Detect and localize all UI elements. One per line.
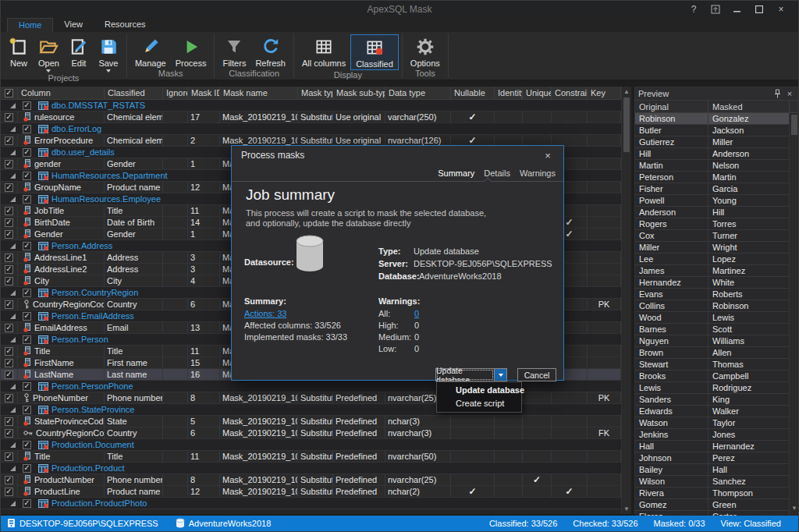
dialog-tab-summary[interactable]: Summary [438, 168, 474, 178]
preview-col-masked[interactable]: Masked [708, 101, 790, 113]
row-checkbox[interactable]: ✓ [5, 476, 13, 484]
grid-row[interactable]: ✓StateProvinceCodeState5Mask_20190219_10… [1, 416, 621, 427]
grid-group-row[interactable]: ✓Production.ProductPhoto [1, 498, 621, 509]
preview-scrollbar[interactable]: ▼ [789, 113, 799, 513]
actions-link[interactable]: Actions: 33 [244, 309, 286, 318]
row-checkbox[interactable]: ✓ [23, 464, 31, 473]
preview-row[interactable]: MartinNelson [635, 160, 799, 172]
preview-row[interactable]: GutierrezMiller [635, 137, 799, 148]
grid-row[interactable]: ✓PhoneNumberPhone number8Mask_20190219_1… [1, 392, 621, 404]
row-checkbox[interactable]: ✓ [23, 499, 31, 508]
row-checkbox[interactable]: ✓ [23, 335, 31, 344]
preview-row[interactable]: AndersonHill [635, 207, 799, 218]
row-checkbox[interactable]: ✓ [5, 89, 13, 98]
update-database-button[interactable]: Update database [435, 368, 495, 381]
preview-row[interactable]: HernandezWhite [635, 277, 799, 289]
expand-triangle-icon[interactable] [10, 103, 16, 108]
row-checkbox[interactable]: ✓ [5, 429, 13, 438]
grid-row[interactable]: ✓rulesourceChemical elements17Mask_20190… [1, 112, 621, 123]
preview-row[interactable]: SandersKing [635, 394, 799, 406]
row-checkbox[interactable]: ✓ [5, 371, 13, 379]
process-button[interactable]: Process [171, 34, 211, 69]
row-checkbox[interactable]: ✓ [23, 242, 31, 250]
grid-row[interactable]: ✓CountryRegionCodeCountry6Mask_20190219_… [1, 427, 621, 439]
row-checkbox[interactable]: ✓ [23, 289, 31, 297]
preview-row[interactable]: HallHernandez [635, 441, 799, 452]
row-checkbox[interactable]: ✓ [5, 417, 13, 426]
row-checkbox[interactable]: ✓ [23, 441, 31, 449]
preview-row[interactable]: NguyenWilliams [635, 335, 799, 347]
warnings-all-value[interactable]: 0 [414, 309, 419, 318]
row-checkbox[interactable]: ✓ [5, 300, 13, 309]
row-checkbox[interactable]: ✓ [5, 394, 13, 403]
tab-view[interactable]: View [53, 18, 94, 32]
preview-row[interactable]: JamesMartinez [635, 265, 799, 277]
grid-header-mask-type[interactable]: Mask type [298, 87, 333, 100]
update-database-split-arrow[interactable] [495, 368, 507, 381]
row-checkbox[interactable]: ✓ [5, 324, 13, 332]
grid-header-ignored[interactable]: Ignored [163, 87, 188, 100]
grid-header-constraints[interactable]: Constraints [552, 87, 588, 100]
expand-triangle-icon[interactable] [10, 337, 16, 342]
preview-row[interactable]: LewisRodriguez [635, 382, 799, 394]
row-checkbox[interactable]: ✓ [5, 230, 13, 239]
row-checkbox[interactable]: ✓ [23, 101, 31, 110]
preview-row[interactable]: BrownAllen [635, 347, 799, 359]
preview-row[interactable]: ButlerJackson [635, 125, 799, 137]
preview-row[interactable]: BrooksCampbell [635, 371, 799, 382]
help-icon[interactable]: ? [683, 1, 705, 18]
tab-home[interactable]: Home [7, 18, 53, 32]
grid-group-row[interactable]: ✓dbo.ErrorLog [1, 123, 621, 135]
preview-row[interactable]: LeeLopez [635, 254, 799, 265]
grid-group-row[interactable]: ✓Person.StateProvince [1, 404, 621, 416]
preview-row[interactable]: WilsonSanchez [635, 476, 799, 488]
row-checkbox[interactable]: ✓ [5, 265, 13, 274]
pin-window-icon[interactable] [705, 1, 726, 18]
row-checkbox[interactable]: ✓ [23, 195, 31, 204]
row-checkbox[interactable]: ✓ [5, 254, 13, 262]
row-checkbox[interactable]: ✓ [5, 488, 13, 496]
grid-header-column[interactable]: Column [18, 87, 105, 100]
grid-header-identity[interactable]: Identity [495, 87, 523, 100]
options-button[interactable]: Options [406, 34, 445, 69]
expand-triangle-icon[interactable] [10, 197, 16, 202]
preview-row[interactable]: WatsonTaylor [635, 417, 799, 429]
filters-button[interactable]: Filters [218, 34, 250, 69]
preview-row[interactable]: RogersTorres [635, 218, 799, 230]
dialog-tab-details[interactable]: Details [484, 168, 510, 178]
row-checkbox[interactable]: ✓ [5, 137, 13, 145]
grid-row[interactable]: ✓ProductLineProduct name12Mask_20190219_… [1, 486, 621, 498]
scroll-down-icon[interactable]: ▼ [622, 504, 631, 514]
expand-triangle-icon[interactable] [10, 442, 16, 448]
preview-row[interactable]: BaileyHall [635, 464, 799, 476]
dialog-tab-warnings[interactable]: Warnings [520, 168, 556, 178]
scrollbar-thumb[interactable] [791, 115, 797, 135]
row-checkbox[interactable]: ✓ [5, 183, 13, 192]
preview-row[interactable]: CoxTurner [635, 230, 799, 242]
scrollbar-thumb[interactable] [623, 98, 630, 152]
expand-triangle-icon[interactable] [10, 501, 16, 506]
grid-group-row[interactable]: ✓Person.PersonPhone [1, 381, 621, 392]
expand-triangle-icon[interactable] [10, 243, 16, 249]
preview-row[interactable]: PowellYoung [635, 195, 799, 207]
refresh-button[interactable]: Refresh [250, 34, 290, 69]
tab-resources[interactable]: Resources [94, 18, 157, 32]
preview-row[interactable]: MillerWright [635, 242, 799, 254]
grid-row[interactable]: ✓TitleTitle11Mask_20190219_10-45-48Subst… [1, 451, 621, 463]
new-button[interactable]: New [4, 34, 34, 69]
row-checkbox[interactable]: ✓ [5, 160, 13, 168]
row-checkbox[interactable]: ✓ [23, 406, 31, 414]
row-checkbox[interactable]: ✓ [5, 113, 13, 122]
grid-header-data-type[interactable]: Data type [385, 87, 451, 100]
cancel-button[interactable]: Cancel [517, 368, 556, 381]
grid-row[interactable]: ✓ProductNumberPhone number8Mask_20190219… [1, 474, 621, 486]
expand-triangle-icon[interactable] [10, 466, 16, 471]
edit-button[interactable]: Edit [64, 34, 94, 69]
preview-col-original[interactable]: Original [635, 101, 708, 113]
save-button[interactable]: Save [94, 34, 123, 73]
row-checkbox[interactable]: ✓ [5, 452, 13, 461]
expand-triangle-icon[interactable] [10, 314, 16, 319]
close-button[interactable]: × [770, 1, 792, 18]
open-dropdown-arrow-icon[interactable] [46, 69, 51, 73]
preview-row[interactable]: GomezGreen [635, 499, 799, 511]
